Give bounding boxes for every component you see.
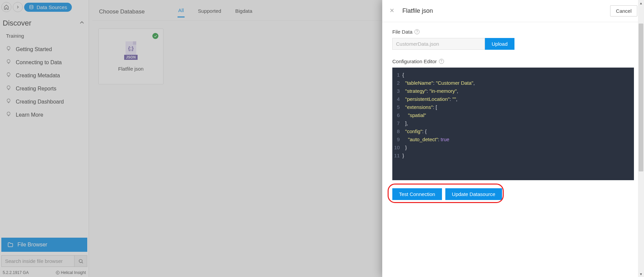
upload-button[interactable]: Upload	[485, 38, 514, 50]
code-content: "auto_detect": true	[402, 135, 449, 144]
scroll-down-icon[interactable]: ▼	[638, 271, 644, 277]
code-content: "config": {	[402, 127, 427, 135]
cancel-button[interactable]: Cancel	[610, 5, 637, 16]
close-icon	[389, 7, 395, 13]
panel-body: File Data ? Upload Configuration Editor …	[382, 22, 644, 277]
code-content: }	[402, 144, 407, 152]
help-icon[interactable]: ?	[414, 29, 419, 34]
line-number: 9	[392, 135, 402, 144]
test-connection-button[interactable]: Test Connection	[392, 188, 442, 200]
configuration-editor[interactable]: 1{2 "tableName": "Customer Data",3 "stra…	[392, 68, 634, 180]
editor-line: 6 "spatial"	[392, 111, 634, 119]
editor-line: 5 "extensions": [	[392, 103, 634, 111]
action-button-row: Test Connection Update Datasource	[392, 188, 634, 200]
help-icon[interactable]: ?	[439, 59, 444, 64]
line-number: 7	[392, 119, 402, 127]
code-content: ],	[402, 119, 408, 127]
code-content: "spatial"	[402, 111, 426, 119]
panel-header: Flatfile json Cancel	[382, 0, 644, 22]
code-content: {	[402, 71, 404, 79]
file-data-label: File Data ?	[392, 29, 634, 35]
editor-line: 10 }	[392, 144, 634, 152]
line-number: 5	[392, 103, 402, 111]
update-datasource-button[interactable]: Update Datasource	[445, 188, 502, 200]
config-editor-label-text: Configuration Editor	[392, 58, 437, 64]
editor-line: 4 "persistentLocation": "",	[392, 95, 634, 103]
code-content: "extensions": [	[402, 103, 437, 111]
panel-scrollbar[interactable]: ▲ ▼	[638, 0, 644, 277]
line-number: 6	[392, 111, 402, 119]
panel-title: Flatfile json	[402, 7, 610, 14]
line-number: 10	[392, 144, 402, 152]
editor-line: 9 "auto_detect": true	[392, 135, 634, 144]
code-content: "strategy": "in-memory",	[402, 87, 458, 95]
editor-line: 1{	[392, 71, 634, 79]
line-number: 4	[392, 95, 402, 103]
file-upload-row: Upload	[392, 38, 634, 50]
editor-line: 7 ],	[392, 119, 634, 127]
scrollbar-thumb[interactable]	[639, 24, 643, 171]
line-number: 3	[392, 87, 402, 95]
code-content: "persistentLocation": "",	[402, 95, 457, 103]
line-number: 8	[392, 127, 402, 135]
file-data-label-text: File Data	[392, 29, 412, 35]
line-number: 1	[392, 71, 402, 79]
editor-line: 8 "config": {	[392, 127, 634, 135]
config-editor-label: Configuration Editor ?	[392, 58, 634, 64]
line-number: 11	[392, 152, 402, 160]
datasource-edit-panel: Flatfile json Cancel File Data ? Upload …	[382, 0, 644, 277]
code-content: }	[402, 152, 404, 160]
editor-line: 2 "tableName": "Customer Data",	[392, 79, 634, 87]
close-panel-button[interactable]	[389, 7, 395, 15]
line-number: 2	[392, 79, 402, 87]
file-name-input[interactable]	[392, 38, 485, 50]
editor-line: 3 "strategy": "in-memory",	[392, 87, 634, 95]
code-content: "tableName": "Customer Data",	[402, 79, 475, 87]
editor-line: 11}	[392, 152, 634, 160]
scroll-up-icon[interactable]: ▲	[638, 0, 644, 6]
